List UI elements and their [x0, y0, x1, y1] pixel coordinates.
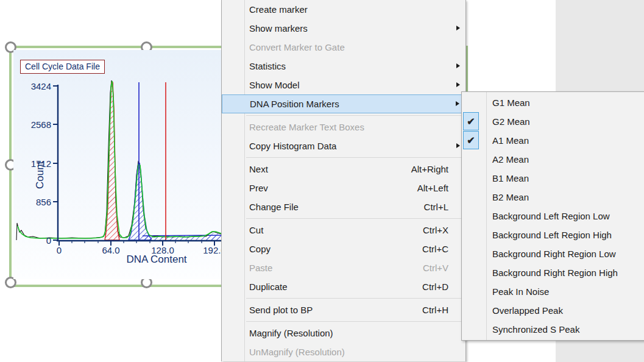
menu-item-recreate-marker-text-boxes: Recreate Marker Text Boxes: [222, 118, 465, 137]
submenu-item-background-left-region-high[interactable]: Background Left Region High: [462, 225, 644, 244]
menu-item-show-model[interactable]: Show Model: [222, 76, 465, 94]
checkmark-icon: ✔: [463, 131, 479, 149]
submenu-arrow-icon: [456, 82, 460, 87]
g2-peak-blue: [129, 163, 151, 240]
x-tick-64: 64.0: [102, 245, 119, 255]
menu-item-change-file[interactable]: Change FileCtrl+L: [222, 197, 465, 216]
menu-item-convert-marker-to-gate: Convert Marker to Gate: [222, 38, 465, 57]
submenu-arrow-icon: [456, 143, 460, 148]
shortcut-label: Ctrl+C: [422, 244, 448, 254]
shortcut-label: Ctrl+L: [424, 202, 448, 212]
submenu-item-b1-mean[interactable]: B1 Mean: [462, 169, 644, 188]
menu-item-prev[interactable]: PrevAlt+Left: [222, 179, 465, 197]
cell-cycle-histogram-plot[interactable]: Cell Cycle Data File Count DNA Content 3…: [13, 50, 221, 279]
submenu-item-b2-mean[interactable]: B2 Mean: [462, 188, 644, 207]
y-tick-856: 856: [23, 197, 51, 207]
y-tick-3424: 3424: [23, 81, 51, 91]
dna-position-markers-submenu: G1 Mean ✔G2 Mean ✔A1 Mean A2 Mean B1 Mea…: [461, 91, 644, 341]
y-tick-0: 0: [23, 235, 51, 246]
y-tick-1712: 1712: [23, 158, 51, 169]
submenu-arrow-icon: [456, 63, 460, 68]
shortcut-label: Ctrl+V: [423, 263, 448, 273]
shortcut-label: Ctrl+X: [423, 225, 448, 235]
plot-title: Cell Cycle Data File: [20, 60, 105, 74]
x-tick-0: 0: [57, 245, 62, 255]
menu-item-statistics[interactable]: Statistics: [222, 57, 465, 76]
menu-item-copy-histogram-data[interactable]: Copy Histogram Data: [222, 137, 465, 155]
menu-separator: [222, 155, 465, 160]
submenu-item-g1-mean[interactable]: G1 Mean: [462, 93, 644, 112]
submenu-item-background-left-region-low[interactable]: Background Left Region Low: [462, 207, 644, 225]
menu-item-create-marker[interactable]: Create marker: [222, 0, 465, 19]
shortcut-label: Ctrl+D: [422, 282, 448, 292]
menu-item-show-markers[interactable]: Show markers: [222, 19, 465, 38]
submenu-item-background-right-region-high[interactable]: Background Right Region High: [462, 263, 644, 282]
submenu-item-peak-in-noise[interactable]: Peak In Noise: [462, 282, 644, 301]
app-canvas: Cell Cycle Data File Count DNA Content 3…: [0, 0, 644, 362]
submenu-item-background-right-region-low[interactable]: Background Right Region Low: [462, 244, 644, 263]
submenu-item-synchronized-s-peak[interactable]: Synchronized S Peak: [462, 320, 644, 339]
shortcut-label: Alt+Left: [417, 183, 448, 193]
menu-item-magnify-resolution[interactable]: Magnify (Resolution): [222, 324, 465, 342]
menu-item-cut[interactable]: CutCtrl+X: [222, 221, 465, 240]
submenu-item-g2-mean[interactable]: ✔G2 Mean: [462, 112, 644, 131]
submenu-arrow-icon: [456, 26, 460, 30]
x-tick-128: 128.0: [151, 245, 174, 255]
shortcut-label: Ctrl+H: [422, 305, 448, 315]
menu-item-copy[interactable]: CopyCtrl+C: [222, 240, 465, 258]
checkmark-icon: ✔: [463, 112, 479, 130]
menu-item-dna-position-markers[interactable]: DNA Position Markers: [222, 94, 465, 113]
submenu-arrow-icon: [456, 101, 459, 106]
menu-item-next[interactable]: NextAlt+Right: [222, 160, 465, 179]
menu-separator: [222, 296, 465, 300]
x-axis-label: DNA Content: [99, 254, 214, 266]
shortcut-label: Alt+Right: [411, 164, 448, 174]
context-menu: Create marker Show markers Convert Marke…: [221, 0, 466, 361]
menu-item-send-plot-to-bp[interactable]: Send plot to BPCtrl+H: [222, 300, 465, 319]
menu-separator: [222, 216, 465, 221]
menu-separator: [222, 113, 465, 118]
menu-item-unmagnify-resolution: UnMagnify (Resolution): [222, 342, 465, 361]
submenu-item-a1-mean[interactable]: ✔A1 Mean: [462, 131, 644, 150]
y-tick-2568: 2568: [23, 119, 51, 130]
menu-item-paste: PasteCtrl+V: [222, 258, 465, 277]
menu-item-duplicate[interactable]: DuplicateCtrl+D: [222, 277, 465, 296]
submenu-item-a2-mean[interactable]: A2 Mean: [462, 150, 644, 169]
menu-separator: [222, 319, 465, 324]
submenu-item-overlapped-peak[interactable]: Overlapped Peak: [462, 301, 644, 320]
